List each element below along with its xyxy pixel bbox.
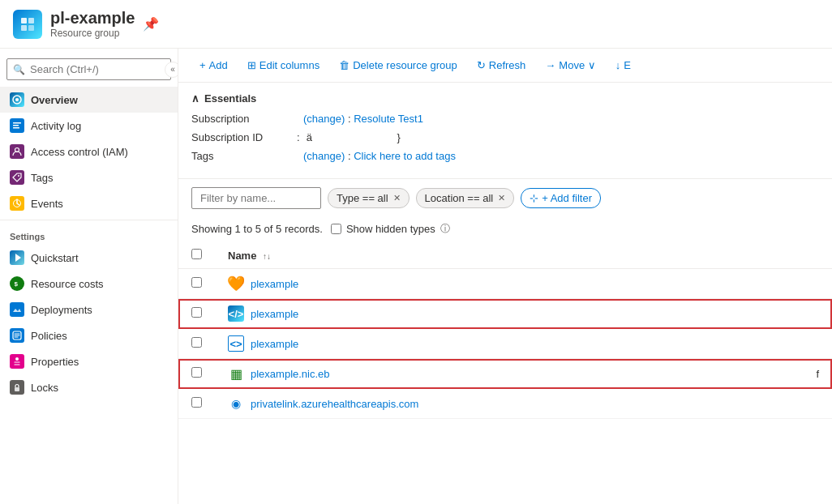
resource-name-text: privatelink.azurehealthcareapis.com <box>251 398 418 410</box>
tags-label: Tags <box>191 150 297 162</box>
sidebar-item-activity-log[interactable]: Activity log <box>0 113 178 139</box>
policies-icon <box>10 328 24 343</box>
sidebar-search-container: 🔍 « <box>6 58 171 80</box>
resource-name-link[interactable]: <>plexample <box>228 335 819 352</box>
row-checkbox-cell <box>178 329 215 359</box>
sidebar-item-overview[interactable]: Overview <box>0 87 178 113</box>
svg-rect-8 <box>13 122 21 124</box>
subscription-row: Subscription (change) : Resolute Test1 <box>191 113 819 125</box>
sidebar-item-policies[interactable]: Policies <box>0 322 178 348</box>
header-text: pl-example Resource group <box>50 9 135 39</box>
resource-type-icon: <> <box>228 335 244 352</box>
app-icon <box>13 10 42 39</box>
add-icon: + <box>199 59 206 71</box>
type-filter-tag[interactable]: Type == all ✕ <box>328 188 410 208</box>
resource-name-link[interactable]: ▦plexample.nic.ebf <box>228 365 819 382</box>
filter-by-name-input[interactable] <box>191 187 321 209</box>
subscription-change-link[interactable]: (change) <box>303 113 345 125</box>
row-checkbox-cell <box>178 389 215 419</box>
table-header-row: Name ↑↓ <box>178 242 832 269</box>
row-name-cell: ▦plexample.nic.ebf <box>215 359 832 389</box>
table-header-name-col[interactable]: Name ↑↓ <box>215 242 832 269</box>
filter-bar: Type == all ✕ Location == all ✕ ⊹ + Add … <box>178 179 832 217</box>
refresh-icon: ↻ <box>477 59 486 71</box>
show-hidden-types-checkbox[interactable] <box>331 224 341 234</box>
sidebar-item-locks[interactable]: Locks <box>0 374 178 400</box>
add-button[interactable]: + + Add Add <box>191 55 236 75</box>
edit-columns-button[interactable]: ⊞ Edit columns <box>239 55 328 75</box>
resource-name-link[interactable]: </>plexample <box>228 305 819 322</box>
svg-rect-0 <box>21 18 27 23</box>
row-checkbox-cell <box>178 299 215 329</box>
row-checkbox[interactable] <box>191 397 202 408</box>
sidebar-item-properties[interactable]: Properties <box>0 348 178 374</box>
resource-name-text: plexample.nic.eb <box>251 368 330 380</box>
sidebar-item-quickstart[interactable]: Quickstart <box>0 245 178 271</box>
sidebar-label-locks: Locks <box>31 382 58 394</box>
table-row: </>plexample <box>178 299 832 329</box>
page-header: pl-example Resource group 📌 <box>0 0 832 49</box>
svg-text:$: $ <box>15 280 19 288</box>
move-button[interactable]: → Move ∨ <box>537 55 603 75</box>
location-filter-close[interactable]: ✕ <box>498 193 505 203</box>
sort-arrows-icon: ↑↓ <box>263 252 271 261</box>
costs-icon: $ <box>10 276 24 291</box>
svg-point-24 <box>15 357 19 361</box>
sidebar-item-resource-costs[interactable]: $ Resource costs <box>0 271 178 297</box>
resource-group-type: Resource group <box>50 28 135 39</box>
show-hidden-types-container: Show hidden types ⓘ <box>331 222 450 236</box>
svg-point-14 <box>18 175 19 177</box>
table-row: ◉privatelink.azurehealthcareapis.com <box>178 389 832 419</box>
records-count-text: Showing 1 to 5 of 5 records. <box>191 223 323 235</box>
resource-name-text: plexample <box>251 338 298 350</box>
table-header-checkbox-col <box>178 242 215 269</box>
row-checkbox[interactable] <box>191 277 202 288</box>
table-row: 🧡plexample <box>178 269 832 299</box>
refresh-button[interactable]: ↻ ↻ Refresh Refresh <box>469 55 534 75</box>
row-checkbox[interactable] <box>191 367 202 378</box>
sidebar-label-properties: Properties <box>31 356 79 368</box>
row-checkbox[interactable] <box>191 337 202 348</box>
delete-resource-group-button[interactable]: 🗑 Delete resource group <box>331 55 465 75</box>
select-all-checkbox[interactable] <box>191 249 202 259</box>
row-checkbox-cell <box>178 359 215 389</box>
content-area: + + Add Add ⊞ Edit columns 🗑 Delete reso… <box>178 49 832 504</box>
svg-rect-26 <box>15 387 19 391</box>
sidebar-item-iam[interactable]: Access control (IAM) <box>0 139 178 164</box>
subscription-value-link[interactable]: Resolute Test1 <box>354 113 423 125</box>
sidebar-item-tags[interactable]: Tags <box>0 164 178 190</box>
location-filter-tag[interactable]: Location == all ✕ <box>416 188 515 208</box>
row-name-cell: <>plexample <box>215 329 832 359</box>
iam-icon <box>10 144 24 159</box>
collapse-sidebar-button[interactable]: « <box>165 62 178 78</box>
sidebar-item-events[interactable]: Events <box>0 190 178 216</box>
export-button[interactable]: ↓ E <box>607 55 639 75</box>
search-input[interactable] <box>6 58 171 80</box>
info-icon: ⓘ <box>440 222 450 236</box>
resource-name-link[interactable]: ◉privatelink.azurehealthcareapis.com <box>228 395 819 412</box>
resource-type-icon: ◉ <box>228 395 244 412</box>
svg-rect-3 <box>28 25 34 31</box>
tags-change-link[interactable]: (change) <box>303 150 345 162</box>
subscription-id-value: ä } <box>307 131 401 143</box>
subscription-label: Subscription <box>191 113 297 125</box>
sidebar-label-activity-log: Activity log <box>31 120 81 132</box>
tags-row: Tags (change) : Click here to add tags <box>191 150 819 162</box>
quickstart-icon <box>10 250 24 265</box>
search-icon: 🔍 <box>13 64 25 75</box>
pin-icon[interactable]: 📌 <box>143 16 159 32</box>
sidebar-divider <box>0 220 178 220</box>
add-filter-button[interactable]: ⊹ + Add filter <box>521 188 601 208</box>
add-tags-link[interactable]: Click here to add tags <box>354 150 456 162</box>
row-name-cell: ◉privatelink.azurehealthcareapis.com <box>215 389 832 419</box>
properties-icon <box>10 354 24 369</box>
sidebar-item-deployments[interactable]: Deployments <box>0 297 178 322</box>
records-info-bar: Showing 1 to 5 of 5 records. Show hidden… <box>178 217 832 242</box>
svg-rect-10 <box>13 127 19 129</box>
svg-rect-1 <box>28 18 34 23</box>
activity-log-icon <box>10 118 24 133</box>
table-body: 🧡plexample</>plexample<>plexample▦plexam… <box>178 269 832 419</box>
row-checkbox[interactable] <box>191 307 202 318</box>
resource-name-link[interactable]: 🧡plexample <box>228 275 819 292</box>
type-filter-close[interactable]: ✕ <box>393 193 401 203</box>
